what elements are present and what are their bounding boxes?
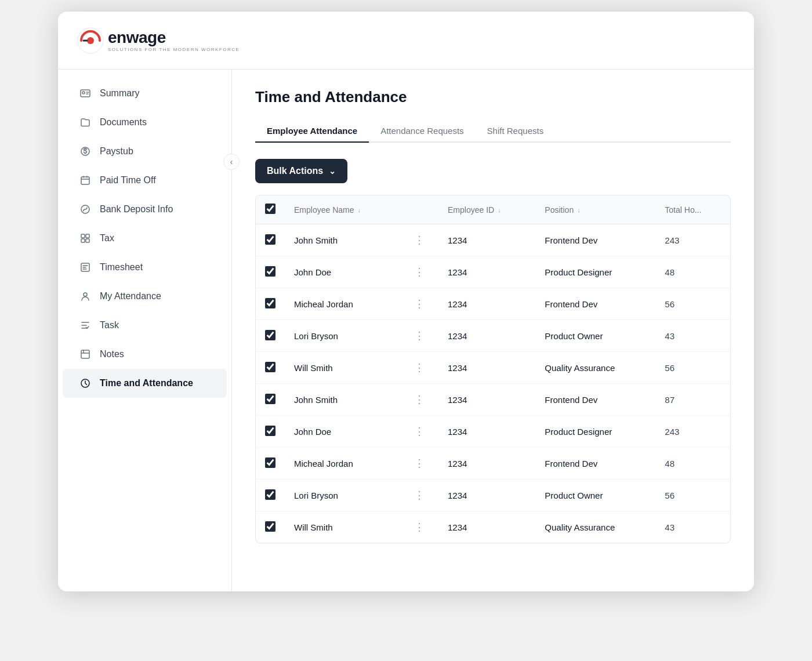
employee-name-value: Micheal Jordan: [294, 299, 353, 309]
position-label: Position: [545, 205, 574, 215]
row-context-menu-button[interactable]: ⋮: [409, 232, 429, 248]
chevron-down-icon: ⌄: [329, 166, 336, 176]
sidebar-item-time-attendance[interactable]: Time and Attendance: [63, 369, 227, 398]
bulk-actions-button[interactable]: Bulk Actions ⌄: [255, 159, 347, 183]
person-icon: [79, 290, 92, 303]
tab-employee-attendance[interactable]: Employee Attendance: [255, 120, 369, 143]
row-employee-id: 1234: [438, 511, 535, 543]
sidebar-label-bank-deposit: Bank Deposit Info: [100, 204, 173, 215]
sidebar-item-tax[interactable]: Tax: [63, 224, 227, 253]
header-position[interactable]: Position ↓: [535, 195, 655, 224]
table-header-row: Employee Name ↓ Employee ID ↓: [256, 195, 730, 224]
row-total-hours: 87: [655, 384, 730, 416]
sidebar-label-paystub: Paystub: [100, 146, 133, 157]
row-employee-id: 1234: [438, 448, 535, 480]
row-context-menu-button[interactable]: ⋮: [409, 391, 429, 408]
row-checkbox-9[interactable]: [265, 521, 276, 532]
employee-name-value: Will Smith: [294, 363, 333, 373]
grid-icon: [79, 232, 92, 245]
row-employee-name: John Doe: [285, 256, 400, 288]
row-context-menu-button[interactable]: ⋮: [409, 519, 429, 535]
svg-point-3: [82, 92, 85, 94]
row-context-menu-button[interactable]: ⋮: [409, 423, 429, 440]
row-context-menu-button[interactable]: ⋮: [409, 359, 429, 376]
logo-text: enwage SOLUTIONS FOR THE MODERN WORKFORC…: [108, 28, 240, 52]
row-checkbox-cell: [256, 511, 285, 543]
row-employee-name: Lori Bryson: [285, 320, 400, 352]
bank-icon: [79, 203, 92, 216]
row-checkbox-1[interactable]: [265, 266, 276, 277]
row-checkbox-2[interactable]: [265, 298, 276, 308]
row-context-menu-button[interactable]: ⋮: [409, 296, 429, 312]
sidebar-label-documents: Documents: [100, 117, 147, 128]
row-employee-id: 1234: [438, 224, 535, 256]
main-layout: ‹ Summary Documents Paystub: [58, 70, 754, 591]
row-checkbox-cell: [256, 288, 285, 320]
svg-rect-7: [81, 234, 85, 238]
sidebar-item-task[interactable]: Task: [63, 311, 227, 340]
row-employee-name: Micheal Jordan: [285, 448, 400, 480]
row-context-menu-button[interactable]: ⋮: [409, 264, 429, 280]
header-employee-id[interactable]: Employee ID ↓: [438, 195, 535, 224]
logo-name: enwage: [108, 28, 240, 47]
row-menu-cell: ⋮: [400, 448, 438, 480]
sidebar-label-time-attendance: Time and Attendance: [100, 378, 193, 388]
sidebar-item-bank-deposit[interactable]: Bank Deposit Info: [63, 195, 227, 224]
row-employee-id: 1234: [438, 320, 535, 352]
row-menu-cell: ⋮: [400, 320, 438, 352]
dollar-icon: [79, 145, 92, 158]
table-row: Micheal Jordan ⋮ 1234 Frontend Dev 56: [256, 288, 730, 320]
sidebar-label-tax: Tax: [100, 233, 114, 244]
row-context-menu-button[interactable]: ⋮: [409, 455, 429, 471]
collapse-sidebar-button[interactable]: ‹: [223, 154, 240, 170]
row-menu-cell: ⋮: [400, 416, 438, 448]
header-checkbox-cell: [256, 195, 285, 224]
row-checkbox-7[interactable]: [265, 457, 276, 468]
svg-rect-13: [81, 350, 89, 358]
row-position: Frontend Dev: [535, 288, 655, 320]
employee-table: Employee Name ↓ Employee ID ↓: [255, 195, 731, 543]
row-position: Frontend Dev: [535, 384, 655, 416]
row-menu-cell: ⋮: [400, 480, 438, 511]
tab-shift-requests[interactable]: Shift Requests: [476, 120, 556, 143]
employee-name-value: Will Smith: [294, 522, 333, 532]
header-menu: [400, 195, 438, 224]
row-checkbox-cell: [256, 320, 285, 352]
row-checkbox-5[interactable]: [265, 394, 276, 404]
sidebar-label-my-attendance: My Attendance: [100, 291, 161, 302]
sidebar-item-pto[interactable]: Paid Time Off: [63, 166, 227, 195]
employee-name-label: Employee Name: [294, 205, 354, 215]
sidebar-item-timesheet[interactable]: Timesheet: [63, 253, 227, 282]
row-total-hours: 243: [655, 224, 730, 256]
sort-icon-name: ↓: [358, 206, 361, 213]
employee-name-value: John Doe: [294, 267, 331, 277]
sidebar-item-notes[interactable]: Notes: [63, 340, 227, 369]
row-context-menu-button[interactable]: ⋮: [409, 487, 429, 503]
row-checkbox-8[interactable]: [265, 489, 276, 500]
row-total-hours: 56: [655, 288, 730, 320]
sidebar-item-documents[interactable]: Documents: [63, 108, 227, 137]
row-checkbox-cell: [256, 352, 285, 384]
row-checkbox-4[interactable]: [265, 362, 276, 372]
row-checkbox-6[interactable]: [265, 426, 276, 436]
row-checkbox-3[interactable]: [265, 330, 276, 340]
logo-tagline: SOLUTIONS FOR THE MODERN WORKFORCE: [108, 47, 240, 52]
tab-attendance-requests[interactable]: Attendance Requests: [369, 120, 475, 143]
row-employee-name: John Smith: [285, 384, 400, 416]
tabs: Employee Attendance Attendance Requests …: [255, 120, 731, 143]
row-position: Product Designer: [535, 416, 655, 448]
row-total-hours: 43: [655, 320, 730, 352]
row-menu-cell: ⋮: [400, 384, 438, 416]
row-context-menu-button[interactable]: ⋮: [409, 328, 429, 344]
row-position: Product Designer: [535, 256, 655, 288]
sidebar-item-paystub[interactable]: Paystub: [63, 137, 227, 166]
row-checkbox-0[interactable]: [265, 234, 276, 245]
sidebar-item-my-attendance[interactable]: My Attendance: [63, 282, 227, 311]
sidebar-item-summary[interactable]: Summary: [63, 79, 227, 108]
sort-icon-position: ↓: [577, 206, 581, 213]
header-employee-name[interactable]: Employee Name ↓: [285, 195, 400, 224]
row-checkbox-cell: [256, 480, 285, 511]
row-checkbox-cell: [256, 256, 285, 288]
select-all-checkbox[interactable]: [265, 204, 276, 214]
row-checkbox-cell: [256, 224, 285, 256]
